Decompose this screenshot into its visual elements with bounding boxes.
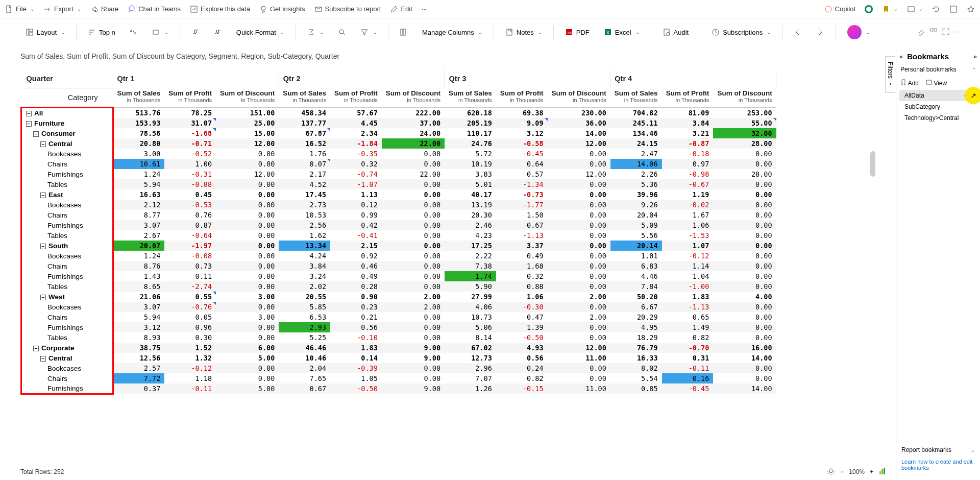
data-cell[interactable]: 0.85 (610, 383, 662, 394)
bookmark-item-subcategory[interactable]: SubCategory (899, 101, 977, 112)
data-cell[interactable]: 9.00 (382, 343, 445, 353)
nav-fwd-button[interactable] (811, 25, 829, 39)
data-cell[interactable]: 0.00 (216, 149, 279, 159)
data-cell[interactable]: 2.46 (445, 220, 496, 230)
data-cell[interactable]: -2.74 (164, 281, 216, 292)
data-cell[interactable]: 0.57 (496, 169, 548, 179)
data-cell[interactable]: 0.00 (382, 312, 445, 322)
table-row[interactable]: Bookcases2.57-0.120.002.04-0.390.002.960… (21, 363, 776, 373)
data-cell[interactable]: 0.00 (216, 332, 279, 343)
data-cell[interactable]: 4.52 (279, 179, 330, 189)
data-cell[interactable]: 3.84 (662, 118, 714, 128)
data-cell[interactable]: 46.46 (279, 343, 330, 353)
data-cell[interactable]: 10.19 (445, 159, 496, 169)
data-cell[interactable]: 2.47 (610, 149, 662, 159)
data-cell[interactable]: 0.32 (330, 159, 382, 169)
data-cell[interactable]: 0.46 (330, 261, 382, 271)
category-cell[interactable]: Furnishings (21, 322, 113, 332)
data-cell[interactable]: 0.00 (216, 179, 279, 189)
data-cell[interactable]: 0.00 (713, 302, 776, 312)
data-cell[interactable]: 0.00 (382, 271, 445, 281)
data-cell[interactable]: 0.00 (713, 179, 776, 189)
data-cell[interactable]: 2.67 (113, 230, 165, 241)
data-cell[interactable]: 2.73 (279, 200, 330, 210)
data-cell[interactable]: 222.00 (382, 108, 445, 118)
data-cell[interactable]: 7.07 (445, 373, 496, 383)
data-cell[interactable]: 12.00 (216, 169, 279, 179)
data-cell[interactable]: 4.23 (445, 230, 496, 241)
table-row[interactable]: Furnishings0.37-0.115.000.67-0.509.001.2… (21, 383, 776, 394)
layout-button[interactable]: Layout⌄ (20, 25, 70, 39)
data-cell[interactable]: 1.32 (164, 353, 216, 363)
category-cell[interactable]: −Central (21, 353, 113, 363)
data-cell[interactable]: -1.97 (164, 241, 216, 251)
data-cell[interactable]: 3.37 (496, 241, 548, 251)
data-cell[interactable]: 14.06 (610, 159, 662, 169)
data-cell[interactable]: 0.67 (279, 383, 330, 394)
data-cell[interactable]: 0.00 (216, 322, 279, 332)
data-cell[interactable]: 6.53 (279, 312, 330, 322)
data-cell[interactable]: 2.96 (445, 363, 496, 373)
category-cell[interactable]: Chairs (21, 312, 113, 322)
fill-button[interactable]: ⌄ (147, 25, 174, 39)
view-bookmark-button[interactable]: View (926, 79, 947, 87)
data-cell[interactable]: 8.14 (445, 332, 496, 343)
data-cell[interactable]: 0.55 (164, 292, 216, 302)
data-cell[interactable]: 55.00 (713, 118, 776, 128)
data-cell[interactable]: 6.83 (610, 261, 662, 271)
pdf-button[interactable]: PDFPDF (560, 25, 595, 39)
data-cell[interactable]: 20.04 (610, 210, 662, 220)
data-cell[interactable]: 4.45 (330, 118, 382, 128)
data-cell[interactable]: 0.00 (713, 241, 776, 251)
chart-icon[interactable] (878, 467, 887, 477)
tree-toggle-icon[interactable]: − (40, 295, 46, 300)
data-cell[interactable]: 0.00 (382, 261, 445, 271)
data-cell[interactable]: 0.11 (164, 271, 216, 281)
data-cell[interactable]: 15.00 (216, 128, 279, 138)
data-cell[interactable]: 1.24 (113, 251, 165, 261)
star-icon[interactable] (967, 5, 975, 13)
data-cell[interactable]: 1.62 (279, 230, 330, 241)
export-menu[interactable]: Export⌄ (43, 5, 81, 13)
category-cell[interactable]: −Central (21, 138, 113, 149)
data-cell[interactable]: -0.50 (496, 332, 548, 343)
data-cell[interactable]: 0.00 (216, 261, 279, 271)
edit-button[interactable]: Edit (390, 5, 412, 13)
data-cell[interactable]: 2.17 (279, 169, 330, 179)
data-cell[interactable]: 0.47 (496, 312, 548, 322)
data-cell[interactable]: 0.00 (713, 332, 776, 343)
data-cell[interactable]: 0.73 (164, 261, 216, 271)
table-row[interactable]: Furnishings1.430.110.003.240.490.001.740… (21, 271, 776, 281)
data-cell[interactable]: -0.11 (662, 363, 714, 373)
tree-toggle-icon[interactable]: − (26, 121, 32, 127)
data-cell[interactable]: 2.02 (279, 281, 330, 292)
measure-header[interactable]: Sum of Profitin Thousands (164, 88, 216, 108)
data-cell[interactable]: 8.76 (113, 261, 165, 271)
data-cell[interactable]: 3.83 (445, 169, 496, 179)
data-cell[interactable]: 0.00 (713, 261, 776, 271)
data-cell[interactable]: 16.52 (279, 138, 330, 149)
data-cell[interactable]: 11.00 (548, 353, 610, 363)
data-cell[interactable]: 0.00 (382, 200, 445, 210)
data-cell[interactable]: 1.83 (330, 343, 382, 353)
data-cell[interactable]: -0.12 (662, 251, 714, 261)
data-cell[interactable]: 2.04 (279, 363, 330, 373)
data-cell[interactable]: -1.34 (496, 179, 548, 189)
table-row[interactable]: Bookcases2.12-0.530.002.730.120.0013.19-… (21, 200, 776, 210)
data-cell[interactable]: 14.00 (713, 353, 776, 363)
data-cell[interactable]: 0.96 (164, 322, 216, 332)
data-cell[interactable]: 458.34 (279, 108, 330, 118)
data-cell[interactable]: 0.37 (113, 383, 165, 394)
data-cell[interactable]: 50.20 (610, 292, 662, 302)
data-cell[interactable]: 0.00 (382, 149, 445, 159)
collapse-pane-icon[interactable]: « (899, 53, 903, 60)
data-cell[interactable]: 0.00 (713, 251, 776, 261)
data-cell[interactable]: 12.00 (548, 343, 610, 353)
data-cell[interactable]: 39.96 (610, 189, 662, 200)
data-cell[interactable]: 0.00 (382, 220, 445, 230)
data-cell[interactable]: 6.00 (216, 343, 279, 353)
data-cell[interactable]: 0.00 (548, 251, 610, 261)
data-cell[interactable]: 153.93 (113, 118, 165, 128)
measure-header[interactable]: Sum of Salesin Thousands (113, 88, 165, 108)
data-cell[interactable]: -0.39 (330, 363, 382, 373)
